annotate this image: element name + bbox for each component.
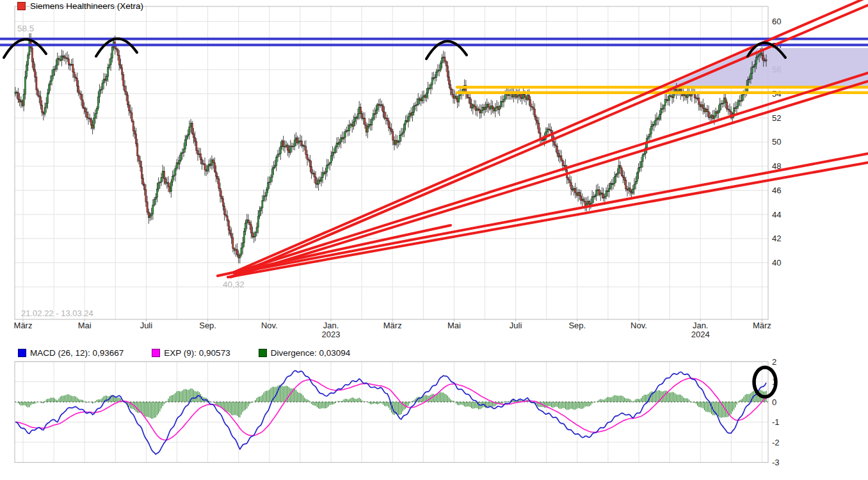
svg-text:44: 44 (772, 210, 781, 220)
svg-text:Sep.: Sep. (199, 321, 216, 330)
macd-value-label: MACD (26, 12): 0,93667 (30, 348, 124, 358)
divergence-value-label: Divergence: 0,03094 (271, 348, 351, 358)
macd-line (15, 371, 766, 454)
series-marker-icon (17, 2, 26, 10)
svg-text:Nov.: Nov. (261, 321, 278, 330)
svg-text:2: 2 (772, 357, 776, 367)
svg-text:21.02.22 - 13.03.24: 21.02.22 - 13.03.24 (21, 308, 93, 318)
svg-text:2023: 2023 (322, 330, 341, 339)
svg-text:50: 50 (772, 137, 781, 147)
svg-text:Mai: Mai (447, 321, 461, 330)
sketch-arcs (4, 38, 785, 59)
svg-text:46: 46 (772, 186, 781, 195)
svg-text:40,32: 40,32 (223, 280, 245, 289)
svg-text:Jan.: Jan. (693, 321, 709, 330)
time-axis-labels: MärzMaiJuliSep.Nov.Jan.MärzMaiJuliSep.No… (14, 319, 771, 339)
svg-text:58.5: 58.5 (17, 24, 34, 33)
divergence-series-swatch-icon (259, 349, 267, 357)
svg-text:März: März (383, 321, 402, 330)
stock-chart-window: Siemens Healthineers (Xetra) MACD (26, 1… (0, 0, 868, 480)
macd-series-swatch-icon (18, 349, 26, 357)
svg-text:2024: 2024 (691, 330, 710, 339)
date-range-label: 21.02.22 - 13.03.24 (21, 308, 93, 318)
svg-text:März: März (753, 321, 771, 330)
chart-title: Siemens Healthineers (Xetra) (17, 1, 143, 11)
svg-text:Mai: Mai (78, 321, 92, 330)
exp-legend-item: EXP (9): 0,90573 (152, 348, 230, 358)
main-grid (15, 6, 768, 319)
signal-series-swatch-icon (152, 349, 160, 357)
red-trend-lines (218, 0, 868, 277)
svg-text:52: 52 (772, 113, 781, 123)
svg-text:Juli: Juli (510, 321, 522, 330)
price-annotations: 58.540,32 (17, 24, 245, 289)
purple-projection-zone (664, 48, 868, 87)
svg-text:-1: -1 (772, 417, 780, 427)
candlestick-macd-chart-canvas[interactable]: 6058565452504846444240MärzMaiJuliSep.Nov… (0, 0, 868, 480)
svg-text:60: 60 (772, 17, 781, 26)
divergence-legend-item: Divergence: 0,03094 (259, 348, 351, 358)
svg-text:42: 42 (772, 234, 781, 243)
svg-text:40: 40 (772, 258, 781, 268)
chart-title-label: Siemens Healthineers (Xetra) (30, 1, 143, 11)
svg-text:0: 0 (772, 397, 776, 407)
svg-text:Nov.: Nov. (631, 321, 647, 330)
svg-text:Sep.: Sep. (568, 321, 586, 330)
signal-line (15, 378, 766, 440)
svg-text:Juli: Juli (140, 321, 153, 330)
exp-value-label: EXP (9): 0,90573 (164, 348, 230, 358)
macd-legend: MACD (26, 12): 0,93667 EXP (9): 0,90573 … (18, 348, 378, 358)
svg-text:-3: -3 (772, 458, 780, 467)
svg-text:Jan.: Jan. (323, 321, 339, 330)
svg-text:-2: -2 (772, 438, 780, 447)
svg-text:März: März (14, 321, 33, 330)
macd-legend-item: MACD (26, 12): 0,93667 (18, 348, 124, 358)
